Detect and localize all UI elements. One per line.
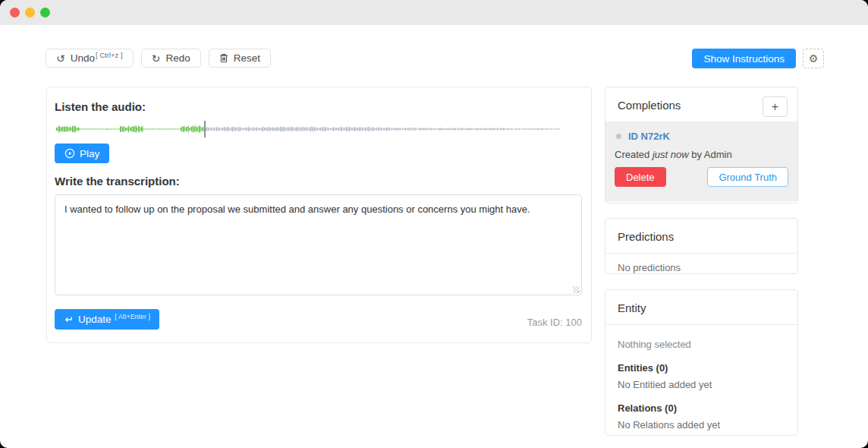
plus-icon: +	[772, 100, 778, 114]
completion-bullet-icon	[616, 134, 621, 139]
ground-truth-button[interactable]: Ground Truth	[707, 167, 788, 187]
entity-panel: Entity Nothing selected Entities (0) No …	[605, 289, 798, 436]
toolbar-right-group: Show Instructions ⚙	[692, 49, 824, 68]
entities-empty-text: No Entitied added yet	[618, 379, 785, 390]
completion-actions: Delete Ground Truth	[615, 167, 788, 187]
completion-item: ID N72rK Created just now by Admin Delet…	[605, 121, 797, 201]
entity-title: Entity	[605, 290, 797, 324]
undo-button[interactable]: ↺ Undo[ Ctrl+z ]	[46, 49, 134, 68]
delete-completion-button[interactable]: Delete	[615, 167, 666, 187]
completion-created-text: Created just now by Admin	[615, 149, 788, 160]
predictions-empty-text: No predictions	[605, 254, 797, 274]
relations-heading: Relations (0)	[618, 402, 785, 414]
undo-label: Undo[ Ctrl+z ]	[71, 52, 123, 64]
close-window-icon[interactable]	[10, 8, 20, 17]
transcription-field-wrap: I wanted to follow up on the proposal we…	[55, 194, 582, 295]
predictions-title: Predictions	[605, 219, 797, 253]
transcription-heading: Write the transcription:	[55, 175, 582, 188]
sidebar: Completions + ID N72rK Created just now …	[605, 87, 798, 436]
gear-icon: ⚙	[809, 52, 819, 65]
zoom-window-icon[interactable]	[40, 8, 50, 17]
toolbar: ↺ Undo[ Ctrl+z ] ↻ Redo Reset Show Instr…	[46, 49, 824, 69]
entities-heading: Entities (0)	[618, 362, 785, 374]
redo-label: Redo	[166, 52, 190, 64]
reset-label: Reset	[234, 52, 260, 64]
add-completion-button[interactable]: +	[763, 96, 788, 117]
entity-body: Nothing selected Entities (0) No Entitie…	[605, 325, 797, 431]
play-button[interactable]: Play	[55, 144, 109, 163]
predictions-panel: Predictions No predictions	[605, 218, 798, 274]
waveform-graphic	[55, 120, 582, 138]
enter-key-icon	[64, 315, 73, 324]
task-panel: Listen the audio: Play Write the transcr…	[46, 87, 592, 343]
play-label: Play	[80, 148, 99, 159]
window-titlebar	[0, 0, 868, 25]
app-window: ↺ Undo[ Ctrl+z ] ↻ Redo Reset Show Instr…	[0, 0, 868, 448]
redo-button[interactable]: ↻ Redo	[141, 49, 201, 68]
update-shortcut: [ Alt+Enter ]	[115, 313, 150, 320]
completion-id-link[interactable]: ID N72rK	[628, 131, 670, 142]
created-time: just now	[653, 149, 689, 160]
audio-heading: Listen the audio:	[55, 100, 582, 113]
audio-waveform[interactable]	[55, 120, 582, 138]
play-icon	[64, 148, 75, 159]
redo-icon: ↻	[152, 53, 161, 64]
completion-id-row[interactable]: ID N72rK	[615, 131, 788, 142]
show-instructions-button[interactable]: Show Instructions	[692, 49, 796, 68]
update-button[interactable]: Update [ Alt+Enter ]	[55, 309, 159, 330]
trash-icon	[219, 53, 228, 63]
undo-shortcut: [ Ctrl+z ]	[96, 52, 123, 59]
update-label: Update [ Alt+Enter ]	[78, 314, 150, 325]
task-id-label: Task ID: 100	[527, 317, 582, 330]
settings-button[interactable]: ⚙	[803, 49, 824, 68]
task-footer: Update [ Alt+Enter ] Task ID: 100	[55, 309, 582, 330]
relations-empty-text: No Relations added yet	[618, 419, 785, 431]
completions-panel: Completions + ID N72rK Created just now …	[605, 87, 798, 203]
undo-icon: ↺	[56, 53, 65, 64]
transcription-input[interactable]: I wanted to follow up on the proposal we…	[55, 194, 582, 295]
reset-button[interactable]: Reset	[209, 49, 271, 68]
minimize-window-icon[interactable]	[25, 8, 35, 17]
entity-nothing-selected: Nothing selected	[618, 339, 785, 350]
